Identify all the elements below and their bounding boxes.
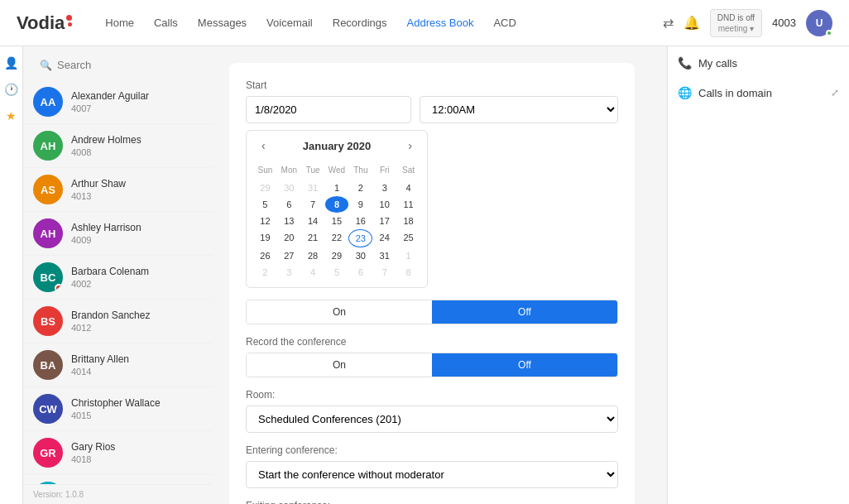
- calendar-day[interactable]: 3: [277, 264, 301, 281]
- contact-info: Gary Rios4018: [71, 441, 203, 464]
- calendar-day[interactable]: 21: [301, 229, 325, 247]
- calendar-day[interactable]: 29: [325, 247, 349, 264]
- calendar-day-name: Thu: [348, 164, 372, 176]
- time-select[interactable]: 12:00AM: [420, 96, 618, 123]
- sidebar-search-area: 🔍: [23, 46, 213, 80]
- calendar-day[interactable]: 29: [253, 180, 277, 196]
- calendar-day[interactable]: 3: [372, 180, 396, 196]
- calendar-day[interactable]: 1: [396, 247, 420, 264]
- calendar-day[interactable]: 15: [325, 213, 349, 229]
- list-item[interactable]: AAAlexander Aguilar4007: [23, 80, 213, 124]
- user-avatar[interactable]: U: [806, 10, 832, 36]
- contact-info: Alexander Aguilar4007: [71, 90, 203, 113]
- calendar-day[interactable]: 10: [372, 196, 396, 213]
- list-item[interactable]: BCBarbara Colenam4002: [23, 256, 213, 300]
- calendar-day[interactable]: 31: [372, 247, 396, 264]
- calendar-day[interactable]: 6: [277, 196, 301, 213]
- record-on-button[interactable]: On: [247, 353, 432, 377]
- bell-icon[interactable]: 🔔: [684, 15, 700, 31]
- calendar-day[interactable]: 31: [301, 180, 325, 196]
- calendar-day[interactable]: 19: [253, 229, 277, 247]
- contact-name: Barbara Colenam: [71, 266, 203, 279]
- contact-ext: 4002: [71, 279, 203, 289]
- calendar: ‹ January 2020 › SunMonTueWedThuFriSat 2…: [246, 130, 428, 288]
- calendar-day[interactable]: 30: [277, 180, 301, 196]
- list-item[interactable]: CWChristopher Wallace4015: [23, 387, 213, 431]
- contact-ext: 4007: [71, 103, 203, 113]
- nav-recordings[interactable]: Recordings: [333, 17, 387, 29]
- contact-info: Brittany Allen4014: [71, 353, 203, 377]
- nav-home[interactable]: Home: [105, 17, 134, 29]
- nav-calls[interactable]: Calls: [154, 17, 178, 29]
- transfer-icon[interactable]: ⇄: [663, 15, 674, 31]
- calendar-day[interactable]: 22: [325, 229, 349, 247]
- calendar-day-name: Sun: [253, 164, 277, 176]
- header: Vodia Home Calls Messages Voicemail Reco…: [0, 0, 849, 46]
- clock-icon[interactable]: 🕐: [4, 83, 18, 96]
- calendar-day[interactable]: 7: [372, 264, 396, 281]
- calendar-day[interactable]: 6: [348, 264, 372, 281]
- cal-prev-button[interactable]: ‹: [257, 137, 271, 154]
- calendar-day[interactable]: 13: [277, 213, 301, 229]
- list-item[interactable]: JRJennifer Rios4010: [23, 475, 213, 484]
- person-icon[interactable]: 👤: [4, 56, 18, 70]
- entering-select[interactable]: Start the conference without moderator: [246, 461, 618, 488]
- calendar-day[interactable]: 24: [372, 229, 396, 247]
- calendar-day[interactable]: 1: [325, 180, 349, 196]
- dnd-dot: [55, 284, 63, 292]
- calendar-day[interactable]: 26: [253, 247, 277, 264]
- toggle-on-button[interactable]: On: [247, 300, 432, 324]
- nav-messages[interactable]: Messages: [198, 17, 247, 29]
- contact-info: Andrew Holmes4008: [71, 134, 203, 157]
- calendar-day[interactable]: 11: [396, 196, 420, 213]
- cal-next-button[interactable]: ›: [403, 137, 417, 154]
- calendar-day[interactable]: 20: [277, 229, 301, 247]
- calendar-day[interactable]: 8: [325, 196, 349, 213]
- nav-address-book[interactable]: Address Book: [407, 17, 474, 29]
- calendar-day[interactable]: 4: [396, 180, 420, 196]
- calendar-day[interactable]: 2: [253, 264, 277, 281]
- contact-name: Ashley Harrison: [71, 222, 203, 235]
- calendar-day-name: Wed: [325, 164, 349, 176]
- dnd-badge[interactable]: DND is off meeting ▾: [710, 9, 762, 37]
- start-section: Start 12:00AM ‹ January 2020 › SunMon: [246, 79, 618, 288]
- calendar-day[interactable]: 14: [301, 213, 325, 229]
- date-input[interactable]: [246, 96, 411, 123]
- start-label: Start: [246, 79, 618, 91]
- room-select[interactable]: Scheduled Conferences (201): [246, 406, 618, 433]
- calendar-day[interactable]: 25: [396, 229, 420, 247]
- calendar-day[interactable]: 5: [325, 264, 349, 281]
- nav-acd[interactable]: ACD: [493, 17, 516, 29]
- list-item[interactable]: AHAshley Harrison4009: [23, 212, 213, 256]
- calendar-day[interactable]: 2: [348, 180, 372, 196]
- list-item[interactable]: AHAndrew Holmes4008: [23, 124, 213, 168]
- calendar-day[interactable]: 7: [301, 196, 325, 213]
- calendar-day[interactable]: 27: [277, 247, 301, 264]
- list-item[interactable]: BABrittany Allen4014: [23, 343, 213, 387]
- calendar-day[interactable]: 30: [348, 247, 372, 264]
- toggle-off-button[interactable]: Off: [432, 300, 617, 324]
- calendar-grid: SunMonTueWedThuFriSat 293031123456789101…: [247, 161, 427, 287]
- globe-icon: 🌐: [678, 86, 692, 99]
- expand-icon[interactable]: ⤢: [831, 87, 839, 98]
- calendar-day[interactable]: 17: [372, 213, 396, 229]
- list-item[interactable]: BSBrandon Sanchez4012: [23, 300, 213, 343]
- calendar-day[interactable]: 9: [348, 196, 372, 213]
- calendar-day[interactable]: 18: [396, 213, 420, 229]
- search-box[interactable]: 🔍: [31, 55, 204, 75]
- dnd-status: DND is off: [717, 12, 755, 23]
- calendar-day[interactable]: 4: [301, 264, 325, 281]
- calendar-day[interactable]: 5: [253, 196, 277, 213]
- calendar-day[interactable]: 16: [348, 213, 372, 229]
- list-item[interactable]: GRGary Rios4018: [23, 431, 213, 475]
- star-icon[interactable]: ★: [6, 109, 17, 122]
- search-input[interactable]: [57, 59, 196, 71]
- avatar: BA: [33, 350, 63, 380]
- nav-voicemail[interactable]: Voicemail: [266, 17, 313, 29]
- record-off-button[interactable]: Off: [432, 353, 617, 377]
- list-item[interactable]: ASArthur Shaw4013: [23, 168, 213, 212]
- calendar-day[interactable]: 28: [301, 247, 325, 264]
- calendar-day[interactable]: 8: [396, 264, 420, 281]
- calendar-day[interactable]: 12: [253, 213, 277, 229]
- calendar-day[interactable]: 23: [348, 229, 372, 247]
